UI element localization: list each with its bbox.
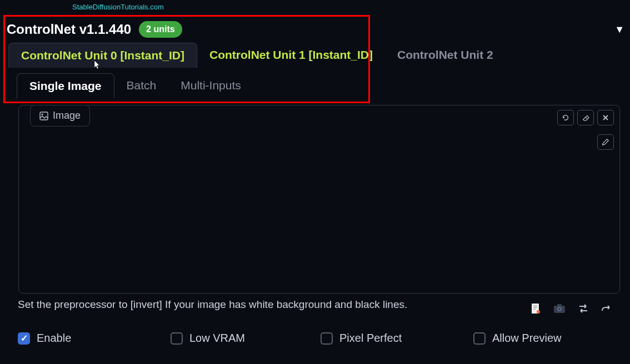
checkbox-row: Enable Low VRAM Pixel Perfect Allow Prev… (18, 332, 612, 345)
checkbox-input[interactable] (18, 332, 30, 345)
close-icon (602, 114, 609, 121)
edit-button[interactable] (597, 134, 614, 150)
image-tab[interactable]: Image (30, 105, 90, 127)
close-button[interactable] (597, 110, 614, 125)
svg-point-1 (42, 113, 43, 115)
collapse-toggle[interactable]: ▼ (614, 24, 624, 36)
tab-controlnet-unit-2[interactable]: ControlNet Unit 2 (385, 43, 506, 68)
image-drop-area[interactable]: Image (18, 105, 620, 294)
checkbox-label: Low VRAM (189, 332, 245, 345)
eraser-icon (582, 114, 589, 122)
svg-point-7 (558, 308, 561, 310)
checkbox-label: Pixel Perfect (339, 332, 402, 345)
header-left: ControlNet v1.1.440 2 units (7, 21, 182, 38)
tab-multi-inputs[interactable]: Multi-Inputs (168, 73, 253, 98)
erase-button[interactable] (577, 110, 594, 125)
image-icon (39, 112, 48, 120)
panel-header: ControlNet v1.1.440 2 units ▼ (7, 17, 624, 42)
tab-controlnet-unit-1[interactable]: ControlNet Unit 1 [Instant_ID] (197, 43, 385, 68)
svg-rect-0 (40, 112, 48, 120)
watermark-text: StableDiffusionTutorials.com (72, 3, 164, 11)
hint-text: Set the preprocessor to [invert] If your… (18, 299, 407, 311)
units-badge: 2 units (139, 21, 182, 38)
checkbox-label: Enable (37, 332, 71, 345)
undo-icon (562, 114, 569, 122)
action-icons (530, 302, 612, 315)
checkbox-pixel-perfect[interactable]: Pixel Perfect (321, 332, 473, 345)
checkbox-input[interactable] (171, 332, 183, 345)
tab-single-image[interactable]: Single Image (17, 73, 114, 98)
checkbox-allow-preview[interactable]: Allow Preview (473, 332, 561, 345)
checkbox-label: Allow Preview (492, 332, 561, 345)
unit-tabs: ControlNet Unit 0 [Instant_ID] ControlNe… (8, 43, 506, 68)
mode-tabs: Single Image Batch Multi-Inputs (17, 73, 253, 98)
image-controls (557, 110, 614, 125)
panel-title: ControlNet v1.1.440 (7, 22, 131, 37)
cursor-pointer-icon (92, 60, 101, 71)
image-tab-label: Image (53, 110, 81, 122)
svg-rect-5 (557, 304, 562, 306)
checkbox-low-vram[interactable]: Low VRAM (171, 332, 321, 345)
pencil-icon (602, 138, 609, 146)
tab-controlnet-unit-0[interactable]: ControlNet Unit 0 [Instant_ID] (8, 43, 197, 68)
svg-point-3 (537, 310, 540, 314)
send-icon[interactable] (601, 304, 612, 313)
camera-icon[interactable] (553, 304, 566, 314)
checkbox-enable[interactable]: Enable (18, 332, 171, 345)
checkbox-input[interactable] (321, 332, 333, 345)
undo-button[interactable] (557, 110, 574, 125)
document-icon[interactable] (530, 302, 541, 315)
checkbox-input[interactable] (473, 332, 486, 345)
swap-icon[interactable] (578, 304, 589, 314)
tab-batch[interactable]: Batch (114, 73, 169, 98)
